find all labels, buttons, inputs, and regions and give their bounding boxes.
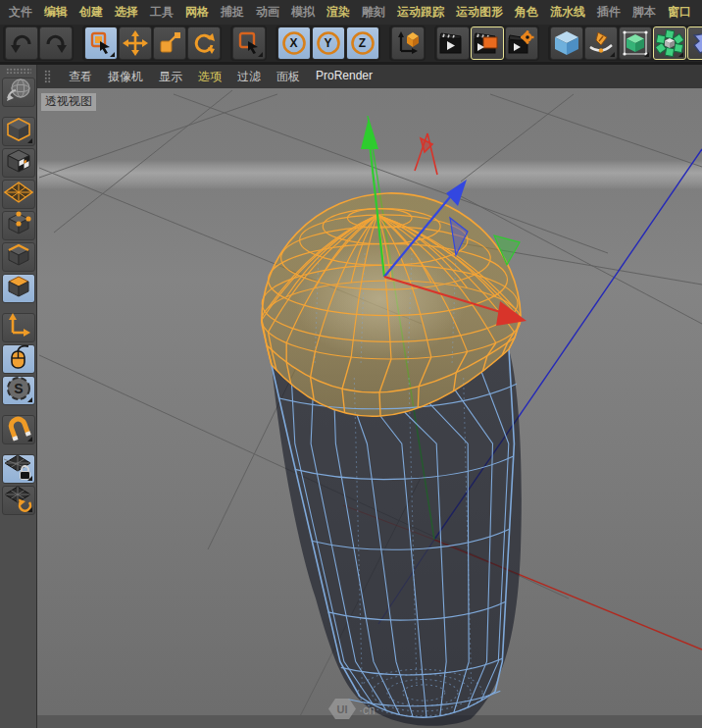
viewport-menu-item[interactable]: 摄像机 — [108, 69, 143, 85]
primitive-cube-button[interactable] — [550, 26, 583, 60]
sidebar-magnet[interactable] — [2, 415, 35, 444]
viewport-menu-item[interactable]: 选项 — [198, 69, 222, 85]
render-picture-viewer-button[interactable] — [471, 26, 504, 60]
menu-item[interactable]: 角色 — [515, 4, 538, 21]
cloner-icon — [656, 29, 683, 57]
viewport-menu-item[interactable]: 面板 — [276, 69, 300, 85]
rotate-button[interactable] — [187, 26, 221, 60]
menu-item[interactable]: 工具 — [150, 4, 174, 21]
axis-x-label: X — [278, 36, 310, 50]
menu-item[interactable]: 雕刻 — [362, 4, 385, 21]
undo-icon — [9, 30, 34, 56]
edges-mode-icon — [5, 241, 32, 273]
render-picture-viewer-icon — [474, 30, 500, 57]
menu-item[interactable]: 文件 — [9, 4, 32, 21]
scale-button[interactable] — [153, 26, 186, 60]
axis-x-button[interactable]: X — [277, 26, 311, 60]
texture-mode-icon — [5, 147, 32, 179]
menu-item[interactable]: 模拟 — [291, 4, 315, 21]
snap-letter: S — [14, 381, 23, 396]
viewport-menu-drag-handle[interactable] — [44, 70, 51, 83]
menu-item[interactable]: 网格 — [185, 4, 209, 21]
viewport-menu-item[interactable]: 过滤 — [237, 69, 261, 85]
sidebar-edges-mode[interactable] — [2, 242, 35, 272]
left-tool-palette: S — [0, 65, 37, 728]
sidebar-make-editable[interactable] — [2, 78, 35, 107]
cloner-button[interactable] — [653, 26, 686, 60]
render-view-button[interactable] — [436, 26, 470, 60]
menu-item[interactable]: 选择 — [115, 4, 138, 21]
sidebar-workplane-mode[interactable] — [2, 180, 35, 209]
sidebar-polygons-mode[interactable] — [2, 274, 35, 303]
move-icon — [123, 30, 148, 56]
selection-button[interactable] — [232, 26, 266, 60]
magnet-icon — [5, 414, 32, 445]
spline-pen-button[interactable] — [584, 26, 618, 60]
menu-item[interactable]: 窗口 — [668, 4, 691, 21]
menu-item[interactable]: 渲染 — [326, 4, 350, 21]
render-settings-button[interactable] — [505, 26, 538, 60]
points-mode-icon — [5, 210, 32, 241]
render-settings-icon — [508, 30, 534, 57]
coordinate-system-button[interactable] — [391, 26, 425, 60]
menu-item[interactable]: 动画 — [256, 4, 279, 21]
rotate-workplane-icon — [4, 485, 33, 516]
scale-icon — [157, 30, 182, 56]
menu-item[interactable]: 创建 — [79, 4, 103, 21]
polygons-mode-icon — [5, 273, 32, 304]
sidebar-enable-axis[interactable] — [2, 313, 35, 342]
coordinate-system-icon — [395, 30, 421, 56]
sidebar-model-mode[interactable] — [2, 117, 35, 146]
toolbar: X Y Z — [0, 25, 702, 62]
sidebar-rotate-workplane[interactable] — [2, 486, 35, 515]
enable-axis-icon — [5, 312, 32, 343]
viewport-menu-item[interactable]: 查看 — [69, 69, 92, 85]
rotate-icon — [191, 30, 217, 56]
sidebar-points-mode[interactable] — [2, 211, 35, 240]
move-button[interactable] — [119, 26, 152, 60]
sidebar-lock-workplane[interactable] — [2, 454, 35, 484]
watermark-logo-text: UI — [337, 703, 348, 715]
selection-icon — [236, 30, 262, 56]
axis-y-button[interactable]: Y — [312, 26, 345, 60]
view-label[interactable]: 透视视图 — [41, 93, 96, 111]
viewport-menubar: 查看摄像机显示选项过滤面板ProRender — [37, 65, 702, 88]
lock-workplane-icon — [4, 453, 33, 485]
menu-item[interactable]: 脚本 — [632, 4, 656, 21]
sidebar-viewport-solo[interactable] — [2, 344, 35, 374]
sidebar-snap[interactable]: S — [2, 376, 35, 405]
horizon-band — [37, 160, 702, 189]
snap-icon: S — [5, 375, 32, 406]
menu-item[interactable]: 运动图形 — [456, 4, 503, 21]
subdivision-surface-icon — [622, 29, 649, 57]
undo-button[interactable] — [5, 26, 38, 60]
axis-z-button[interactable]: Z — [346, 26, 379, 60]
cinema4d-window: { "menubar": { "items": [ {"label":"文件",… — [0, 0, 702, 728]
menu-item[interactable]: 运动跟踪 — [397, 4, 444, 21]
menu-item[interactable]: 捕捉 — [221, 4, 244, 21]
perspective-viewport[interactable]: 透视视图 — [37, 88, 702, 728]
make-editable-icon — [5, 77, 32, 108]
live-selection-button[interactable] — [84, 26, 118, 60]
mouse-icon — [5, 343, 32, 375]
redo-button[interactable] — [39, 26, 73, 60]
viewport-menu-item[interactable]: ProRender — [316, 69, 373, 85]
workplane-mode-icon — [4, 181, 33, 208]
sidebar-texture-mode[interactable] — [2, 148, 35, 178]
spline-pen-icon — [587, 29, 615, 57]
axis-z-label: Z — [347, 36, 378, 50]
subdivision-surface-button[interactable] — [619, 26, 652, 60]
sidebar-drag-handle[interactable] — [6, 68, 31, 74]
menu-item[interactable]: 插件 — [597, 4, 621, 21]
axis-y-label: Y — [313, 36, 344, 50]
model-mode-icon — [5, 116, 32, 147]
menu-item[interactable]: 流水线 — [550, 4, 585, 21]
redo-icon — [43, 30, 69, 56]
watermark-suffix-text: ·cn — [359, 703, 376, 717]
volume-button[interactable] — [687, 26, 702, 60]
menubar: 文件编辑创建选择工具网格捕捉动画模拟渲染雕刻运动跟踪运动图形角色流水线插件脚本窗… — [0, 0, 702, 25]
primitive-cube-icon — [553, 29, 580, 57]
live-selection-icon — [88, 30, 114, 56]
menu-item[interactable]: 编辑 — [44, 4, 68, 21]
viewport-menu-item[interactable]: 显示 — [159, 69, 182, 85]
